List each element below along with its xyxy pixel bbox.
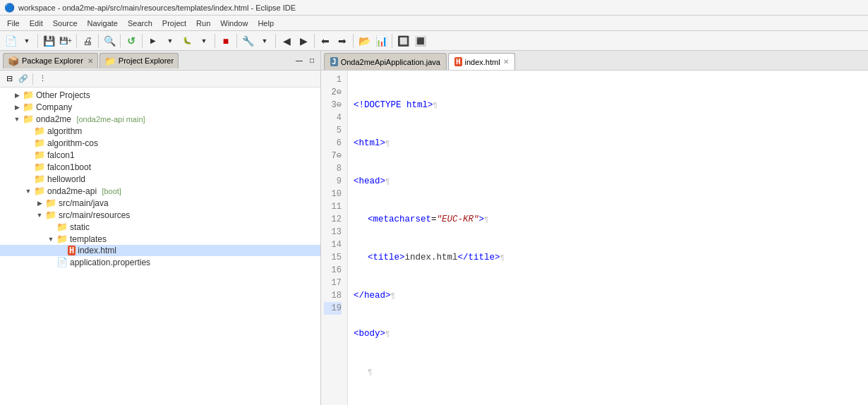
collapse-all-button[interactable]: ⊟ [3, 73, 16, 85]
tree-src-main-resources[interactable]: ▼ 📁 src/main/resources [0, 209, 320, 221]
refresh-button[interactable]: ↺ [123, 33, 139, 49]
stop-button[interactable]: ■ [218, 33, 234, 49]
line-num-2: 2⊖ [324, 86, 342, 99]
tab-package-explorer[interactable]: 📦 Package Explorer ✕ [3, 53, 98, 68]
tree-other-projects[interactable]: ▶ 📁 Other Projects [0, 89, 320, 101]
line-num-4: 4 [324, 111, 342, 124]
line-num-5: 5 [324, 124, 342, 137]
label-company: Company [36, 102, 72, 112]
tree-onda2me-api[interactable]: ▼ 📁 onda2me-api [boot] [0, 185, 320, 197]
save-all-button[interactable]: 💾+ [58, 33, 73, 49]
maximize-panel-button[interactable]: □ [306, 55, 318, 66]
build-button[interactable]: 🔧 [240, 33, 255, 49]
line-numbers: 1 2⊖ 3⊖ 4 5 6 7⊖ 8 9 10 11 12 13 14 15 1… [321, 71, 348, 405]
tree-falcon1[interactable]: 📁 falcon1 [0, 149, 320, 161]
toolbar-separator-10 [353, 34, 354, 48]
tree-onda2me[interactable]: ▼ 📁 onda2me [onda2me-api main] [0, 113, 320, 125]
search-button[interactable]: 🔍 [102, 33, 117, 49]
line-num-10: 10 [324, 188, 342, 200]
title-text: workspace - onda2me-api/src/main/resourc… [18, 4, 296, 12]
menu-navigate[interactable]: Navigate [83, 18, 122, 29]
nav-back-button[interactable]: ⬅ [318, 33, 333, 49]
tree-application-properties[interactable]: 📄 application.properties [0, 256, 320, 268]
tree-index-html[interactable]: H index.html [0, 245, 320, 256]
open-type-button[interactable]: 📂 [356, 33, 372, 49]
perspective-button[interactable]: 🔲 [395, 33, 411, 49]
line-num-14: 14 [324, 238, 342, 251]
project-explorer-icon: 📁 [104, 56, 116, 66]
next-button[interactable]: ▶ [296, 33, 311, 49]
minimize-panel-button[interactable]: — [294, 55, 305, 66]
icon-application-properties: 📄 [56, 257, 68, 267]
hierarchy-button[interactable]: 📊 [373, 33, 389, 49]
tree-algorithm[interactable]: 📁 algorithm [0, 125, 320, 137]
tree-src-main-java[interactable]: ▶ 📁 src/main/java [0, 197, 320, 209]
view-menu-button[interactable]: ⋮ [36, 73, 49, 85]
label-algorithm-cos: algorithm-cos [47, 138, 98, 148]
code-content[interactable]: <!DOCTYPE html>¶ <html>¶ <head>¶ <meta c… [348, 71, 868, 405]
arrow-onda2me: ▼ [11, 116, 23, 123]
icon-onda2me-api: 📁 [34, 186, 45, 196]
editor-area: 1 2⊖ 3⊖ 4 5 6 7⊖ 8 9 10 11 12 13 14 15 1… [321, 71, 868, 405]
prev-button[interactable]: ◀ [279, 33, 294, 49]
editor-tabs: J Onda2meApiApplication.java H index.htm… [321, 51, 868, 71]
save-button[interactable]: 💾 [41, 33, 56, 49]
toolbar-separator-5 [142, 34, 143, 48]
html-file-icon: H [454, 57, 462, 66]
new-dropdown[interactable]: ▼ [19, 33, 35, 49]
icon-static: 📁 [56, 222, 68, 232]
label-falcon1: falcon1 [47, 150, 75, 160]
tree-view[interactable]: ▶ 📁 Other Projects ▶ 📁 Company ▼ 📁 onda2… [0, 87, 320, 405]
tab-onda2me-api-application[interactable]: J Onda2meApiApplication.java [324, 53, 447, 70]
debug-dropdown[interactable]: ▼ [196, 33, 212, 49]
menu-help[interactable]: Help [253, 18, 278, 29]
nav-fwd-button[interactable]: ➡ [334, 33, 350, 49]
build-dropdown[interactable]: ▼ [257, 33, 272, 49]
line-num-3: 3⊖ [324, 99, 342, 111]
tree-algorithm-cos[interactable]: 📁 algorithm-cos [0, 137, 320, 149]
label-templates: templates [70, 234, 107, 244]
menu-project[interactable]: Project [158, 18, 191, 29]
label-index-html: index.html [78, 246, 116, 255]
tree-falcon1boot[interactable]: 📁 falcon1boot [0, 161, 320, 173]
extra-button[interactable]: 🔳 [412, 33, 428, 49]
menu-search[interactable]: Search [123, 18, 157, 29]
run-dropdown[interactable]: ▼ [162, 33, 178, 49]
arrow-company: ▶ [11, 104, 23, 111]
tab-html-label: index.html [465, 58, 500, 66]
new-button[interactable]: 📄 [3, 33, 18, 49]
label-src-main-java: src/main/java [59, 198, 109, 208]
tree-company[interactable]: ▶ 📁 Company [0, 101, 320, 113]
tab-package-explorer-close[interactable]: ✕ [88, 57, 93, 65]
print-button[interactable]: 🖨 [80, 33, 95, 49]
menu-window[interactable]: Window [216, 18, 252, 29]
tab-project-explorer[interactable]: 📁 Project Explorer [100, 53, 179, 68]
folder-icon-other-projects: 📁 [23, 90, 34, 100]
menu-bar: File Edit Source Navigate Search Project… [0, 16, 868, 31]
app-icon: 🔵 [4, 3, 15, 13]
menu-source[interactable]: Source [49, 18, 82, 29]
menu-run[interactable]: Run [192, 18, 215, 29]
folder-icon-company: 📁 [23, 102, 34, 112]
toolbar-separator-11 [392, 34, 392, 48]
label-src-main-resources: src/main/resources [59, 210, 130, 220]
debug-button[interactable]: 🐛 [179, 33, 195, 49]
tab-html-close[interactable]: ✕ [503, 58, 509, 66]
link-editor-button[interactable]: 🔗 [17, 73, 30, 85]
menu-edit[interactable]: Edit [25, 18, 47, 29]
tree-helloworld[interactable]: 📁 helloworld [0, 173, 320, 185]
line-num-18: 18 [324, 289, 342, 302]
tree-templates[interactable]: ▼ 📁 templates [0, 233, 320, 245]
tree-static[interactable]: 📁 static [0, 221, 320, 233]
tab-index-html[interactable]: H index.html ✕ [448, 53, 515, 70]
arrow-templates: ▼ [45, 236, 56, 243]
line-num-6: 6 [324, 137, 342, 150]
code-line-4: <meta charset="EUC-KR">¶ [354, 213, 862, 226]
explorer-toolbar: ⊟ 🔗 ⋮ [0, 71, 320, 87]
code-line-2: <html>¶ [354, 137, 862, 150]
menu-file[interactable]: File [3, 18, 24, 29]
label-algorithm: algorithm [47, 126, 82, 136]
run-button[interactable]: ▶ [145, 33, 161, 49]
toolbar-separator-3 [98, 34, 99, 48]
label-onda2me-api: onda2me-api [boot] [47, 186, 121, 196]
